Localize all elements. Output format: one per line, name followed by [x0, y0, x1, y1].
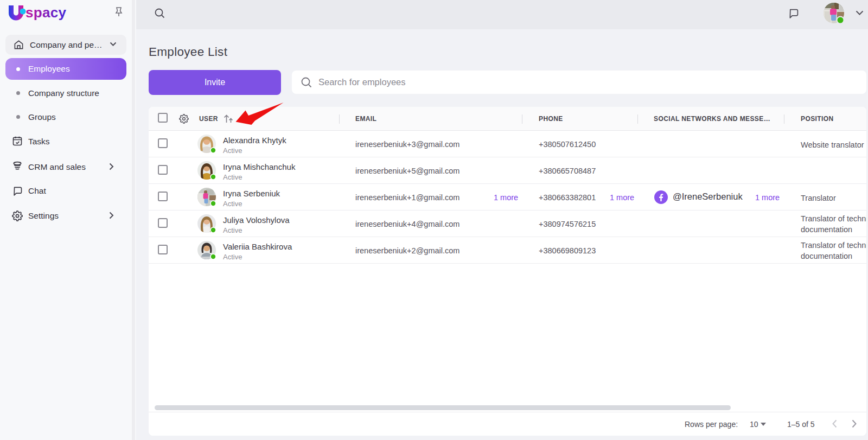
svg-text:spacy: spacy — [25, 4, 66, 21]
